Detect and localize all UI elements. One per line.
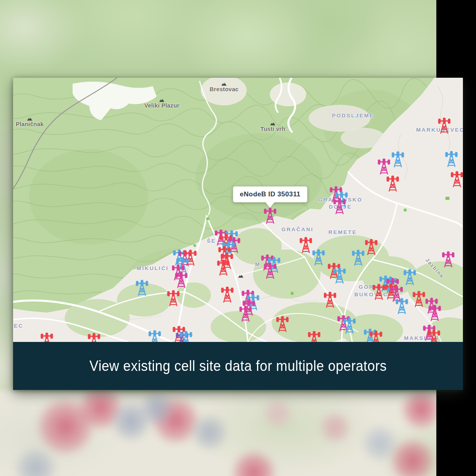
cell-tower-marker[interactable] bbox=[148, 330, 161, 342]
map-viewport[interactable]: PODSLJEMEMARKUŠEVECGRAČANSKODOLJEGRAČANI… bbox=[13, 78, 463, 342]
cell-tower-marker[interactable] bbox=[312, 249, 325, 265]
cell-tower-icon bbox=[378, 158, 390, 175]
cell-tower-marker[interactable] bbox=[264, 207, 276, 224]
cell-tower-marker[interactable] bbox=[40, 332, 53, 342]
cell-tower-icon bbox=[352, 249, 365, 266]
cell-tower-icon bbox=[442, 251, 455, 267]
cell-tower-marker[interactable] bbox=[324, 291, 336, 308]
heatmap-blob bbox=[262, 397, 294, 429]
cell-tower-icon bbox=[40, 332, 53, 342]
cell-tower-marker[interactable] bbox=[438, 117, 451, 134]
cell-tower-marker[interactable] bbox=[378, 158, 390, 175]
heatmap-blob bbox=[139, 391, 175, 426]
cell-tower-icon bbox=[239, 305, 252, 322]
cell-tower-marker[interactable] bbox=[299, 236, 312, 253]
cell-tower-icon bbox=[276, 315, 289, 332]
cell-tower-icon bbox=[217, 259, 230, 276]
cell-tower-icon bbox=[386, 175, 399, 192]
cell-tower-marker[interactable] bbox=[442, 251, 455, 267]
cell-tower-marker[interactable] bbox=[428, 304, 441, 321]
cell-tower-icon bbox=[428, 304, 441, 321]
cell-tower-marker[interactable] bbox=[386, 175, 399, 192]
caption-text: View existing cell site data for multipl… bbox=[89, 358, 386, 374]
cell-tower-icon bbox=[264, 207, 276, 224]
cell-tower-marker[interactable] bbox=[395, 298, 408, 314]
cell-tower-marker[interactable] bbox=[308, 330, 321, 342]
screenshot-canvas: PODSLJEMEMARKUŠEVECGRAČANSKODOLJEGRAČANI… bbox=[0, 0, 476, 476]
caption-bar: View existing cell site data for multipl… bbox=[13, 342, 463, 390]
cell-tower-marker[interactable] bbox=[136, 279, 148, 296]
heatmap-blob bbox=[401, 389, 442, 430]
cell-tower-marker[interactable] bbox=[333, 267, 346, 284]
cell-tower-marker[interactable] bbox=[264, 262, 276, 279]
cell-tower-icon bbox=[333, 267, 346, 284]
cell-tower-icon bbox=[167, 290, 180, 306]
cell-tower-icon bbox=[180, 330, 192, 342]
cell-tower-icon bbox=[221, 286, 234, 303]
cell-tower-icon bbox=[308, 330, 321, 342]
app-screenshot-panel: PODSLJEMEMARKUŠEVECGRAČANSKODOLJEGRAČANI… bbox=[13, 78, 463, 390]
cell-tower-icon bbox=[88, 332, 100, 342]
cell-tower-icon bbox=[175, 271, 188, 288]
cell-tower-icon bbox=[403, 269, 416, 285]
cell-tower-icon bbox=[312, 249, 325, 265]
cell-tower-marker[interactable] bbox=[352, 249, 365, 266]
cell-tower-marker[interactable] bbox=[175, 271, 188, 288]
cell-tower-marker[interactable] bbox=[180, 330, 192, 342]
tooltip-pointer-icon bbox=[265, 202, 275, 208]
cell-tower-icon bbox=[365, 238, 378, 255]
heatmap-blob bbox=[190, 413, 228, 451]
cell-tower-marker[interactable] bbox=[428, 329, 440, 342]
cell-tower-icon bbox=[324, 291, 336, 308]
cell-tower-marker[interactable] bbox=[392, 151, 404, 167]
cell-tower-marker[interactable] bbox=[451, 171, 463, 187]
cell-tower-marker[interactable] bbox=[276, 315, 289, 332]
cell-tower-icon bbox=[299, 236, 312, 253]
cell-tower-icon bbox=[438, 117, 451, 134]
heatmap-blob bbox=[319, 411, 352, 444]
cell-tower-marker[interactable] bbox=[365, 238, 378, 255]
cell-towers-layer bbox=[13, 78, 463, 342]
tooltip-label: eNodeB ID 350311 bbox=[233, 186, 307, 202]
cell-tower-icon bbox=[343, 317, 356, 334]
cell-tower-icon bbox=[136, 279, 148, 296]
cell-tower-icon bbox=[445, 150, 458, 167]
cell-tower-icon bbox=[333, 198, 346, 214]
cell-tower-icon bbox=[148, 330, 161, 342]
cell-tower-marker[interactable] bbox=[372, 283, 385, 300]
cell-tower-marker[interactable] bbox=[239, 305, 252, 322]
cell-tower-marker[interactable] bbox=[217, 259, 230, 276]
cell-tower-icon bbox=[451, 171, 463, 187]
cell-tower-marker[interactable] bbox=[167, 290, 180, 306]
cell-tower-icon bbox=[413, 290, 425, 307]
cell-tower-marker[interactable] bbox=[343, 317, 356, 334]
enodeb-tooltip: eNodeB ID 350311 bbox=[233, 186, 307, 208]
cell-tower-marker[interactable] bbox=[403, 269, 416, 285]
cell-tower-icon bbox=[395, 298, 408, 314]
cell-tower-marker[interactable] bbox=[370, 330, 382, 342]
cell-tower-marker[interactable] bbox=[445, 150, 458, 167]
cell-tower-marker[interactable] bbox=[413, 290, 425, 307]
cell-tower-icon bbox=[372, 283, 385, 300]
cell-tower-marker[interactable] bbox=[88, 332, 100, 342]
cell-tower-icon bbox=[264, 262, 276, 279]
cell-tower-icon bbox=[428, 329, 440, 342]
cell-tower-icon bbox=[392, 151, 404, 167]
cell-tower-marker[interactable] bbox=[221, 286, 234, 303]
cell-tower-marker[interactable] bbox=[333, 198, 346, 214]
cell-tower-icon bbox=[370, 330, 382, 342]
